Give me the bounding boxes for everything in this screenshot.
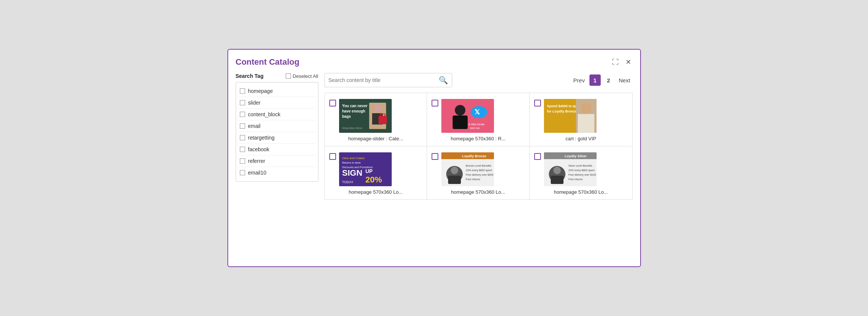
content-title-3: cart : gold VIP [565,136,596,141]
content-title-6: homepage 570x360 Lo... [554,189,608,195]
svg-point-21 [581,103,591,114]
svg-text:𝕏: 𝕏 [474,108,480,116]
page-1-button[interactable]: 1 [589,74,601,86]
svg-text:SIGN: SIGN [342,168,362,178]
content-title-1: homepage-slider : Cate... [348,136,403,141]
tag-item-content_block[interactable]: content_block [238,109,316,120]
tag-checkbox-email10 [240,170,245,175]
tag-checkbox-homepage [240,88,245,94]
svg-text:Free delivery over $300: Free delivery over $300 [466,173,494,176]
svg-text:A little birdie: A little birdie [468,123,485,126]
content-cell-3: Spend $4000 to qualify for Loyalty Bronz… [530,93,632,146]
close-button[interactable]: ✕ [624,57,633,67]
tag-label-retargetting: retargetting [248,135,275,141]
svg-text:20%: 20% [365,175,382,184]
svg-point-35 [451,167,458,174]
tag-item-slider[interactable]: slider [238,97,316,109]
content-cell-4: Click and Collect Returns in store Disco… [325,146,427,199]
svg-text:Silver Level Benefits: Silver Level Benefits [568,164,592,167]
tag-label-facebook: facebook [248,146,270,152]
svg-text:bags: bags [342,114,351,118]
content-cell-6: Loyalty Silver Silver Level Benefits 20%… [530,146,632,199]
svg-text:UP: UP [365,168,373,174]
svg-text:Click and Collect: Click and Collect [342,156,365,160]
svg-text:Loyalty Bronze: Loyalty Bronze [462,154,486,158]
content-cell-5: Loyalty Bronze Bronze Level Benefits 10%… [427,146,530,199]
sidebar: Search Tag Deselect All homepagesliderco… [236,73,318,200]
tag-label-content_block: content_block [248,111,280,117]
content-checkbox-6[interactable] [534,153,541,160]
svg-text:Free delivery over $100: Free delivery over $100 [568,173,596,176]
page-2-button[interactable]: 2 [603,74,614,86]
search-icon[interactable]: 🔍 [439,76,448,85]
tag-checkbox-facebook [240,147,245,152]
content-catalog-dialog: Content Catalog ⛶ ✕ Search Tag Deselect … [227,49,641,267]
svg-rect-10 [441,99,494,133]
tag-item-email10[interactable]: email10 [238,167,316,178]
cell-row-5: Loyalty Bronze Bronze Level Benefits 10%… [432,152,525,186]
next-button[interactable]: Next [617,76,633,85]
cell-row-4: Click and Collect Returns in store Disco… [329,152,423,186]
deselect-all-button[interactable]: Deselect All [286,73,318,79]
tag-checkbox-email [240,123,245,129]
prev-button[interactable]: Prev [571,76,587,85]
tag-item-referrer[interactable]: referrer [238,155,316,167]
tag-label-email: email [248,123,261,129]
tag-label-slider: slider [248,100,261,106]
tag-item-email[interactable]: email [238,120,316,132]
tag-checkbox-referrer [240,158,245,164]
dialog-controls: ⛶ ✕ [610,57,633,67]
maximize-button[interactable]: ⛶ [610,58,620,67]
tag-label-homepage: homepage [248,88,273,94]
svg-text:You can never: You can never [342,104,368,108]
svg-rect-12 [453,115,468,129]
main-content: 🔍 Prev 1 2 Next You can never have enoug… [324,73,633,200]
svg-point-45 [553,167,561,174]
cell-row-6: Loyalty Silver Silver Level Benefits 20%… [534,152,628,186]
content-checkbox-5[interactable] [432,153,438,160]
svg-rect-46 [551,176,564,184]
tag-checkbox-slider [240,100,245,105]
tag-checkbox-content_block [240,112,245,117]
svg-text:Returns in store: Returns in store [342,161,361,164]
deselect-all-label: Deselect All [293,73,318,79]
content-checkbox-4[interactable] [329,153,336,160]
svg-text:20% every $800 spent: 20% every $800 spent [568,169,595,172]
search-box: 🔍 [324,73,452,87]
svg-text:Shop More Items: Shop More Items [342,127,362,130]
pagination: Prev 1 2 Next [571,74,633,86]
tag-list: homepageslidercontent_blockemailretarget… [236,82,318,182]
dialog-header: Content Catalog ⛶ ✕ [236,57,633,67]
svg-text:Bronze Level Benefits: Bronze Level Benefits [466,164,492,167]
svg-text:TODAY: TODAY [342,180,353,184]
content-title-2: homepage 570x360 : R... [451,136,506,141]
deselect-checkbox [286,73,291,79]
svg-point-5 [374,105,381,112]
cell-row-2: 𝕏 A little birdie told me [432,99,525,133]
tag-label-referrer: referrer [248,158,265,164]
tag-item-retargetting[interactable]: retargetting [238,132,316,144]
cell-row-1: You can never have enough bags Shop More… [329,99,423,133]
sidebar-top: Search Tag Deselect All [236,73,318,79]
tag-item-homepage[interactable]: homepage [238,85,316,97]
content-cell-2: 𝕏 A little birdie told me homepage 570x3… [427,93,530,146]
svg-rect-36 [448,176,461,184]
svg-text:told me: told me [470,126,480,130]
svg-text:Loyalty Silver: Loyalty Silver [565,154,587,158]
content-checkbox-2[interactable] [432,100,438,106]
svg-text:have enough: have enough [342,109,365,113]
search-input[interactable] [329,77,439,83]
content-checkbox-1[interactable] [329,100,336,106]
svg-rect-22 [578,114,594,133]
content-checkbox-3[interactable] [534,100,541,106]
svg-text:Free returns: Free returns [466,178,480,181]
content-grid: You can never have enough bags Shop More… [324,93,633,200]
content-title-5: homepage 570x360 Lo... [451,189,505,195]
dialog-body: Search Tag Deselect All homepagesliderco… [236,73,633,200]
cell-row-3: Spend $4000 to qualify for Loyalty Bronz… [534,99,628,133]
tag-item-facebook[interactable]: facebook [238,144,316,155]
svg-text:Free returns: Free returns [568,178,583,181]
search-tag-label: Search Tag [236,73,264,79]
svg-text:10% every $800 spent: 10% every $800 spent [466,169,492,172]
svg-point-11 [455,105,465,115]
